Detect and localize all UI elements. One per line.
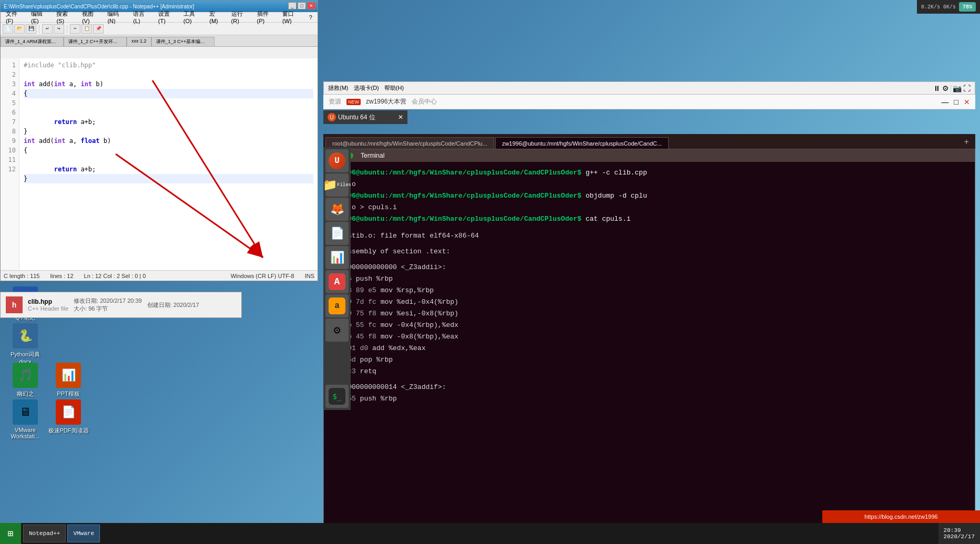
menu-run[interactable]: 运行(R) xyxy=(228,9,250,25)
vm-menu-help[interactable]: 帮助(H) xyxy=(384,84,404,92)
toolbar-open[interactable]: 📂 xyxy=(14,24,25,34)
sidebar-settings[interactable]: ⚙ xyxy=(325,319,349,342)
battery-indicator: 78% xyxy=(959,2,976,12)
sidebar-firefox[interactable]: 🦊 xyxy=(325,198,349,221)
csdn-url[interactable]: https://blog.csdn.net/zw1996 xyxy=(864,514,937,520)
terminal-window: Terminal zw1996@ubuntu:/mnt/hgfs/WinShar… xyxy=(323,149,975,544)
menu-tools[interactable]: 工具(O) xyxy=(180,9,202,25)
nav-vip[interactable]: 会员中心 xyxy=(412,97,437,106)
menu-window[interactable]: 窗口(W) xyxy=(279,9,302,25)
taskbar-clock: 20:392020/2/17 xyxy=(938,523,980,544)
code-area[interactable]: 1 2 3 4 5 6 7 8 9 10 11 12 #include "cli… xyxy=(1,58,318,270)
vmware-nav-bar: 资源 NEW zw1996大本营 会员中心 — □ ✕ xyxy=(323,95,975,109)
terminal-tab-1[interactable]: root@ubuntu:/mnt/hgfs/WinShare/cplusplsC… xyxy=(325,137,494,149)
toolbar-undo[interactable]: ↩ xyxy=(42,24,53,34)
toolbar-paste[interactable]: 📌 xyxy=(93,24,104,34)
window-controls[interactable]: _ □ ✕ xyxy=(288,2,315,9)
terminal-new-tab[interactable]: + xyxy=(959,138,973,149)
ubuntu-tab-close[interactable]: ✕ xyxy=(398,114,403,121)
ubuntu-icon: U xyxy=(328,113,336,121)
output-func2: 0000000000000014 <_Z3addif>: xyxy=(331,382,967,393)
sidebar-spreadsheet[interactable]: 📊 xyxy=(325,246,349,269)
taskbar-notepad[interactable]: Notepad++ xyxy=(23,525,66,542)
toolbar-new[interactable]: 📄 xyxy=(3,24,13,34)
firefox-icon: 🦊 xyxy=(330,202,344,217)
menu-view[interactable]: 视图(V) xyxy=(79,9,100,25)
fullscreen-icon[interactable]: ⛶ xyxy=(963,84,971,93)
menu-lang[interactable]: 语言(L) xyxy=(130,9,151,25)
status-ins: INS xyxy=(305,273,314,279)
toolbar-copy[interactable]: 📋 xyxy=(81,24,92,34)
terminal-icon: $_ xyxy=(329,388,345,405)
menu-plugins[interactable]: 插件(P) xyxy=(254,9,275,25)
minimize-button[interactable]: _ xyxy=(288,2,297,9)
vm-toolbar-icons: ⏸ ⚙ 📷 ⛶ xyxy=(933,84,971,93)
menu-macro[interactable]: 宏(M) xyxy=(206,9,223,25)
settings-vm-icon[interactable]: ⚙ xyxy=(942,84,949,93)
toolbar-redo[interactable]: ↪ xyxy=(54,24,64,34)
file-type: C++ Header file xyxy=(28,305,68,312)
menu-edit[interactable]: 编辑(E) xyxy=(28,9,49,25)
ubuntu-tab[interactable]: U Ubuntu 64 位 ✕ xyxy=(323,110,407,124)
output-0: 0: 55 push %rbp xyxy=(331,273,967,285)
tab-2[interactable]: 课件_1_2 C++开发环境搭建...txt xyxy=(64,37,127,46)
tabs-bar: 课件_1_4 ARM课程第四部分-GPIO与LED...txt 课件_1_2 C… xyxy=(1,35,318,47)
menu-help[interactable]: ? xyxy=(306,13,315,22)
files-label: Files xyxy=(337,182,351,188)
vmware-min-btn[interactable]: — xyxy=(942,98,949,106)
desktop-icon-music[interactable]: 🎵 幽幻之 xyxy=(4,363,46,398)
pdf-icon: 📄 xyxy=(56,399,81,425)
file-size: 大小: 96 字节 xyxy=(74,305,142,313)
sidebar-terminal[interactable]: $_ xyxy=(325,385,349,408)
ubuntu-sidebar-icon: U xyxy=(329,152,345,169)
menu-search[interactable]: 搜索(S) xyxy=(53,9,74,25)
status-bar: C length : 115 lines : 12 Ln : 12 Col : … xyxy=(1,270,318,281)
output-13: 13: c3 retq xyxy=(331,366,967,377)
snapshot-icon[interactable]: 📷 xyxy=(953,84,962,93)
tab-4[interactable]: 课件_1_3 C++基本编程程...txt xyxy=(151,37,215,46)
maximize-button[interactable]: □ xyxy=(298,2,306,9)
status-length: C length : 115 xyxy=(4,273,40,279)
sidebar-files[interactable]: 📁 Files xyxy=(325,173,349,197)
desktop-icon-pdf[interactable]: 📄 极速PDF阅读器 xyxy=(47,399,89,435)
sidebar-amazon[interactable]: a xyxy=(325,294,349,317)
output-4: 4: 89 7d fc mov %edi,-0x4(%rbp) xyxy=(331,296,967,308)
desktop-icon-vmware[interactable]: 🖥 VMware Workstati... xyxy=(4,399,46,439)
code-editor[interactable]: #include "clib.hpp" int add(int a, int b… xyxy=(19,58,318,270)
output-d: d: 8b 45 f8 mov -0x8(%rbp),%eax xyxy=(331,331,967,343)
ppt-icon: 📊 xyxy=(56,363,81,388)
output-1: 1: 48 89 e5 mov %rsp,%rbp xyxy=(331,285,967,296)
clock: 20:392020/2/17 xyxy=(944,527,975,540)
terminal-tab-2[interactable]: zw1996@ubuntu:/mnt/hgfs/WinShare/cpluspl… xyxy=(495,137,669,149)
amazon-icon: a xyxy=(329,297,345,314)
start-button[interactable]: ⊞ xyxy=(0,523,21,544)
sidebar-app-a[interactable]: A xyxy=(325,270,349,293)
nav-user[interactable]: zw1996大本营 xyxy=(366,97,406,106)
menu-file[interactable]: 文件(F) xyxy=(3,9,24,25)
tab-3[interactable]: xxx 1.2 xyxy=(127,37,151,46)
vm-menu-rescue[interactable]: 拯救(M) xyxy=(328,84,349,92)
menu-settings[interactable]: 设置(T) xyxy=(155,9,176,25)
vmware-max-btn[interactable]: □ xyxy=(954,98,958,106)
toolbar-cut[interactable]: ✂ xyxy=(70,24,80,34)
app-a-icon: A xyxy=(329,273,345,290)
desktop-icon-ppt[interactable]: 📊 PPT模板 xyxy=(47,363,89,398)
terminal-titlebar: Terminal xyxy=(324,149,975,162)
terminal-content[interactable]: zw1996@ubuntu:/mnt/hgfs/WinShare/cpluspl… xyxy=(324,162,975,544)
taskbar-vmware[interactable]: VMware xyxy=(67,525,100,542)
pause-icon[interactable]: ⏸ xyxy=(933,84,941,93)
toolbar-save[interactable]: 💾 xyxy=(26,24,36,34)
nav-resource[interactable]: 资源 xyxy=(329,97,341,106)
vmware-close-btn[interactable]: ✕ xyxy=(964,98,970,106)
notepad-title: E:\WinShare\cplusplusCode\CandCPlusOder\… xyxy=(4,4,283,9)
tab-1[interactable]: 课件_1_4 ARM课程第四部分-GPIO与LED...txt xyxy=(1,37,64,46)
close-button[interactable]: ✕ xyxy=(307,2,315,9)
sidebar-doc[interactable]: 📄 xyxy=(325,222,349,245)
status-lines: lines : 12 xyxy=(50,273,74,279)
menu-encode[interactable]: 编码(N) xyxy=(104,9,126,25)
vm-menu-tabs[interactable]: 选项卡(D) xyxy=(354,84,379,92)
sidebar-ubuntu[interactable]: U xyxy=(325,149,349,172)
file-modified: 修改日期: 2020/2/17 20:39 xyxy=(74,297,142,305)
desktop-icon-python[interactable]: 🐍 Python词典 docx xyxy=(4,323,46,365)
python-icon: 🐍 xyxy=(13,323,38,348)
